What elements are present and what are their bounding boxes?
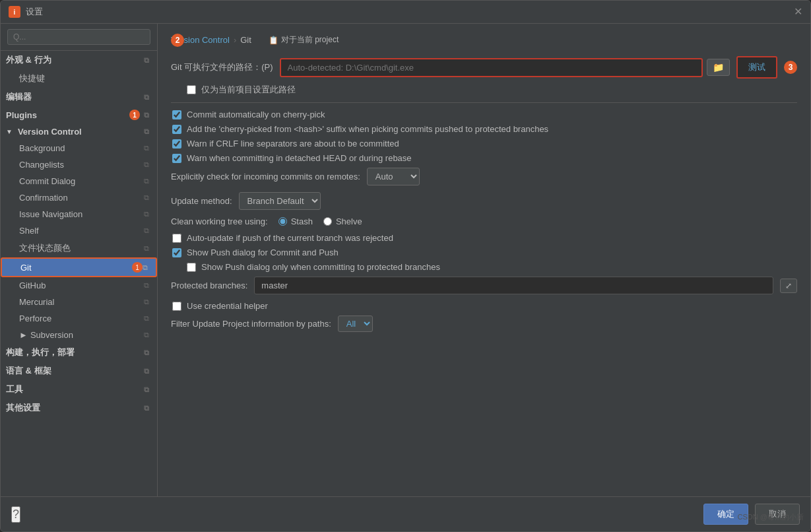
window-title: 设置 (26, 6, 43, 18)
filter-update-label: Filter Update Project information by pat… (171, 319, 331, 329)
copy-icon: ⧉ (144, 193, 149, 202)
sidebar-item-perforce[interactable]: Perforce ⧉ (1, 310, 157, 327)
sidebar-item-file-status[interactable]: 文件状态颜色 ⧉ (1, 239, 157, 257)
sidebar-item-label: Subversion (30, 330, 73, 340)
cherry-pick-label: Commit automatically on cherry-pick (187, 110, 325, 119)
copy-icon: ⧉ (144, 144, 149, 152)
project-only-checkbox[interactable] (187, 85, 196, 94)
main-body: 外观 & 行为 ⧉ 快捷键 编辑器 ⧉ Plugins 1 ⧉ ▼ Versio… (1, 24, 810, 496)
sidebar-item-confirmation[interactable]: Confirmation ⧉ (1, 189, 157, 206)
sidebar-item-label: Issue Navigation (19, 209, 82, 219)
sidebar-item-git[interactable]: Git 1 ⧉ (1, 257, 157, 277)
copy-icon: ⧉ (144, 111, 149, 119)
expand-button[interactable]: ⤢ (780, 279, 797, 293)
detached-head-label: Warn when committing in detached HEAD or… (187, 153, 412, 163)
content-area: Version Control › Git 📋 对于当前 project 2 G… (158, 24, 810, 496)
breadcrumb-part2: Git (240, 35, 251, 45)
copy-icon: ⧉ (144, 385, 149, 394)
title-bar: i 设置 ✕ (1, 1, 810, 24)
sidebar-item-build[interactable]: 构建，执行，部署 ⧉ (1, 343, 157, 362)
sidebar-item-editor[interactable]: 编辑器 ⧉ (1, 88, 157, 106)
show-push-protected-checkbox[interactable] (187, 263, 196, 272)
shelve-radio[interactable] (323, 217, 332, 226)
copy-icon: ⧉ (144, 349, 149, 357)
show-push-row: Show Push dialog for Commit and Push (171, 248, 797, 257)
test-button[interactable]: 测试 (736, 56, 777, 79)
filter-update-row: Filter Update Project information by pat… (171, 316, 797, 332)
credential-checkbox[interactable] (172, 302, 181, 311)
auto-update-label: Auto-update if push of the current branc… (187, 233, 393, 243)
auto-update-row: Auto-update if push of the current branc… (171, 233, 797, 243)
copy-icon: ⧉ (144, 367, 149, 376)
sidebar-item-other[interactable]: 其他设置 ⧉ (1, 399, 157, 417)
sidebar-item-issue-navigation[interactable]: Issue Navigation ⧉ (1, 206, 157, 222)
auto-update-checkbox[interactable] (172, 234, 181, 243)
sidebar-item-appearance[interactable]: 外观 & 行为 ⧉ (1, 51, 157, 69)
watermark: CSDN @毒爪的小新 (738, 512, 804, 522)
sidebar-item-changelists[interactable]: Changelists ⧉ (1, 156, 157, 173)
sidebar-item-label: Changelists (19, 160, 64, 170)
protected-branches-label: Protected branches: (171, 281, 247, 290)
copy-icon: ⧉ (144, 244, 149, 253)
clean-working-tree-label: Clean working tree using: (171, 216, 268, 226)
sidebar-item-label: GitHub (19, 281, 46, 290)
copy-icon: ⧉ (144, 331, 149, 339)
shelve-option: Shelve (323, 216, 362, 226)
sidebar-item-label: 快捷键 (19, 73, 45, 84)
sidebar-item-label: Shelf (19, 226, 39, 236)
filter-update-select[interactable]: All (338, 316, 373, 332)
project-label: 对于当前 project (281, 34, 339, 46)
sidebar-item-background[interactable]: Background ⧉ (1, 140, 157, 156)
sidebar-item-mercurial[interactable]: Mercurial ⧉ (1, 294, 157, 310)
cherry-pick-checkbox[interactable] (172, 110, 181, 119)
footer: ? 确定 取消 (1, 496, 810, 531)
app-icon: i (9, 6, 20, 18)
crlf-checkbox[interactable] (172, 139, 181, 149)
sidebar-item-plugins[interactable]: Plugins 1 ⧉ (1, 106, 157, 123)
folder-button[interactable]: 📁 (707, 59, 730, 76)
protected-branches-row: Protected branches: ⤢ (171, 277, 797, 294)
incoming-commits-select[interactable]: Auto Always Never (367, 168, 420, 185)
sidebar-item-lang[interactable]: 语言 & 框架 ⧉ (1, 362, 157, 380)
search-box (1, 24, 157, 51)
sidebar-item-subversion[interactable]: ► Subversion ⧉ (1, 327, 157, 343)
sidebar-item-label: 构建，执行，部署 (6, 347, 75, 358)
sidebar-item-label: 外观 & 行为 (6, 54, 51, 66)
breadcrumb-sep: › (234, 35, 236, 45)
sidebar-item-label: Plugins (6, 110, 125, 120)
update-method-label: Update method: (171, 196, 232, 206)
incoming-commits-label: Explicitly check for incoming commits on… (171, 172, 360, 182)
sidebar-item-version-control[interactable]: ▼ Version Control ⧉ (1, 123, 157, 140)
plugins-badge: 1 (129, 110, 140, 120)
sidebar-item-tools[interactable]: 工具 ⧉ (1, 380, 157, 399)
update-method-select[interactable]: Branch Default Merge Rebase (239, 192, 321, 210)
protected-branches-input[interactable] (254, 277, 773, 294)
sidebar-item-label: Background (19, 143, 65, 153)
cherry-pick-suffix-checkbox[interactable] (172, 125, 181, 134)
cherry-pick-suffix-label: Add the 'cherry-picked from <hash>' suff… (187, 124, 548, 134)
show-push-checkbox[interactable] (172, 248, 181, 257)
copy-icon: ⧉ (144, 210, 149, 218)
copy-icon: ⧉ (144, 298, 149, 306)
show-push-label: Show Push dialog for Commit and Push (187, 248, 339, 257)
sidebar-item-shortcuts[interactable]: 快捷键 (1, 69, 157, 88)
stash-label: Stash (291, 216, 313, 226)
detached-head-checkbox[interactable] (172, 154, 181, 163)
search-input[interactable] (7, 29, 150, 45)
stash-radio[interactable] (278, 217, 287, 226)
sidebar-item-commit-dialog[interactable]: Commit Dialog ⧉ (1, 173, 157, 189)
incoming-commits-row: Explicitly check for incoming commits on… (171, 168, 797, 185)
sidebar-item-label: Mercurial (19, 297, 54, 307)
sidebar-item-label: 语言 & 框架 (6, 365, 51, 377)
breadcrumb: Version Control › Git 📋 对于当前 project 2 (171, 34, 797, 46)
sidebar-item-github[interactable]: GitHub ⧉ (1, 277, 157, 294)
sidebar-item-label: Commit Dialog (19, 176, 75, 186)
sidebar-item-label: Git (20, 263, 132, 273)
credential-helper-row: Use credential helper (171, 301, 797, 311)
sidebar-item-shelf[interactable]: Shelf ⧉ (1, 222, 157, 239)
sidebar: 外观 & 行为 ⧉ 快捷键 编辑器 ⧉ Plugins 1 ⧉ ▼ Versio… (1, 24, 158, 496)
git-path-input[interactable] (280, 58, 703, 77)
close-button[interactable]: ✕ (794, 7, 802, 17)
sidebar-item-label: 其他设置 (6, 402, 40, 414)
help-button[interactable]: ? (11, 506, 20, 523)
